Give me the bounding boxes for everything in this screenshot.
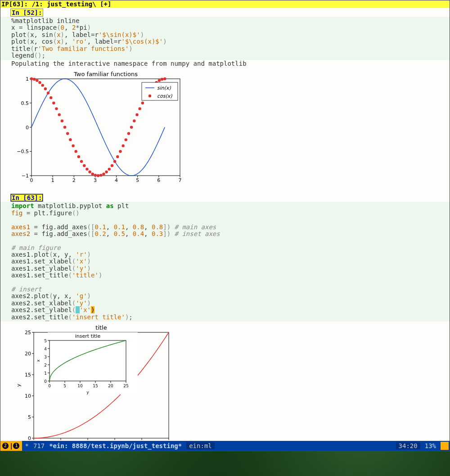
svg-point-33 xyxy=(44,87,47,90)
status-mode: ein:ml xyxy=(186,442,215,449)
status-percent: 13% xyxy=(425,442,436,449)
svg-text:1: 1 xyxy=(44,371,47,376)
svg-point-67 xyxy=(138,108,141,110)
svg-point-29 xyxy=(33,78,36,81)
svg-point-42 xyxy=(69,138,72,141)
svg-text:4: 4 xyxy=(115,177,118,183)
svg-point-51 xyxy=(94,174,97,177)
svg-point-75 xyxy=(161,78,163,81)
svg-text:cos(x): cos(x) xyxy=(157,93,172,99)
svg-text:4: 4 xyxy=(44,347,47,351)
status-sep: | xyxy=(9,442,13,449)
svg-text:1: 1 xyxy=(51,177,54,183)
svg-text:5: 5 xyxy=(63,384,66,388)
window-title-bar: IP[63]: /1: just_testing\ [+] xyxy=(0,0,450,8)
svg-text:sin(x): sin(x) xyxy=(157,85,171,91)
svg-text:20: 20 xyxy=(25,351,31,357)
svg-text:0: 0 xyxy=(30,177,33,183)
cell-63-code[interactable]: import matplotlib.pyplot as plt fig = pl… xyxy=(0,202,450,322)
svg-point-62 xyxy=(125,138,127,141)
svg-text:20: 20 xyxy=(108,384,113,388)
svg-text:10: 10 xyxy=(77,384,83,388)
svg-text:Two familiar functions: Two familiar functions xyxy=(73,71,138,77)
svg-point-36 xyxy=(52,102,55,104)
svg-point-63 xyxy=(127,132,130,135)
svg-point-65 xyxy=(133,120,135,122)
cell-prompt-52[interactable]: In [52]: xyxy=(10,9,43,17)
svg-text:2: 2 xyxy=(72,177,76,183)
svg-text:y: y xyxy=(16,384,22,387)
cell-prompt-63[interactable]: In [63]: xyxy=(10,194,43,202)
svg-point-53 xyxy=(99,174,102,177)
svg-point-57 xyxy=(111,164,113,167)
svg-point-80 xyxy=(148,95,151,97)
svg-point-66 xyxy=(135,113,138,116)
cell-52-code[interactable]: %matplotlib inline x = linspace(0, 2*pi)… xyxy=(0,17,450,60)
svg-point-64 xyxy=(130,126,133,129)
svg-text:25: 25 xyxy=(123,384,128,388)
status-file: *ein: 8888/test.ipynb/just_testing* xyxy=(49,442,182,449)
status-num: 717 xyxy=(33,442,45,449)
svg-text:insert title: insert title xyxy=(75,333,101,339)
svg-point-34 xyxy=(47,92,50,95)
svg-point-45 xyxy=(77,155,80,158)
svg-point-60 xyxy=(119,150,122,153)
cell-52-stdout: Populating the interactive namespace fro… xyxy=(0,60,450,67)
svg-text:15: 15 xyxy=(93,384,98,388)
svg-text:10: 10 xyxy=(25,393,31,399)
svg-point-43 xyxy=(72,145,74,147)
svg-text:3: 3 xyxy=(44,355,47,359)
status-bar: 2 | 1 * 717 *ein: 8888/test.ipynb/just_t… xyxy=(0,441,450,451)
svg-point-28 xyxy=(30,77,33,80)
svg-point-68 xyxy=(141,102,144,104)
svg-text:25: 25 xyxy=(25,330,31,335)
svg-point-58 xyxy=(113,160,116,163)
status-asterisk: * xyxy=(25,442,28,449)
status-position: 34:20 xyxy=(396,442,420,449)
svg-text:title: title xyxy=(95,324,107,331)
svg-point-50 xyxy=(91,172,94,175)
svg-point-31 xyxy=(38,81,41,84)
svg-text:15: 15 xyxy=(25,372,31,378)
svg-text:x: x xyxy=(36,359,40,362)
svg-point-55 xyxy=(105,171,108,173)
svg-text:0: 0 xyxy=(48,384,51,388)
svg-point-44 xyxy=(75,150,77,153)
svg-text:5: 5 xyxy=(28,414,31,420)
svg-point-76 xyxy=(163,77,166,80)
svg-point-59 xyxy=(116,155,119,158)
svg-point-49 xyxy=(88,171,91,173)
svg-text:7: 7 xyxy=(179,177,182,183)
svg-point-47 xyxy=(83,164,86,167)
svg-text:−1: −1 xyxy=(22,173,29,179)
svg-text:y: y xyxy=(86,390,89,394)
svg-point-61 xyxy=(122,145,124,147)
status-indicator: 2 | 1 xyxy=(0,441,22,451)
svg-point-54 xyxy=(102,172,105,175)
svg-text:1: 1 xyxy=(26,76,29,82)
svg-point-56 xyxy=(108,168,111,171)
svg-text:5: 5 xyxy=(44,339,47,343)
svg-point-74 xyxy=(158,79,161,82)
chart-title-inset: 0123450510152025titlexy0510152025012345i… xyxy=(11,323,178,451)
svg-point-37 xyxy=(55,108,58,110)
svg-point-48 xyxy=(86,168,88,171)
notebook-content[interactable]: In [52]: %matplotlib inline x = linspace… xyxy=(0,8,450,451)
svg-point-32 xyxy=(41,84,44,87)
svg-point-39 xyxy=(61,120,63,122)
svg-text:0: 0 xyxy=(44,379,47,384)
editor-window: IP[63]: /1: just_testing\ [+] In [52]: %… xyxy=(0,0,450,451)
svg-text:3: 3 xyxy=(94,177,97,183)
svg-point-40 xyxy=(63,126,66,129)
svg-point-30 xyxy=(36,79,38,82)
chart-two-familiar-functions: 01234567−1−0.500.51Two familiar function… xyxy=(11,70,184,188)
svg-point-35 xyxy=(50,96,52,99)
svg-text:2: 2 xyxy=(44,363,47,367)
svg-text:6: 6 xyxy=(157,177,160,183)
svg-text:0: 0 xyxy=(26,125,29,131)
svg-text:5: 5 xyxy=(136,177,139,183)
status-badge-b: 1 xyxy=(13,443,19,449)
status-badge-a: 2 xyxy=(2,443,9,449)
svg-point-52 xyxy=(97,174,99,177)
svg-point-41 xyxy=(66,132,69,135)
